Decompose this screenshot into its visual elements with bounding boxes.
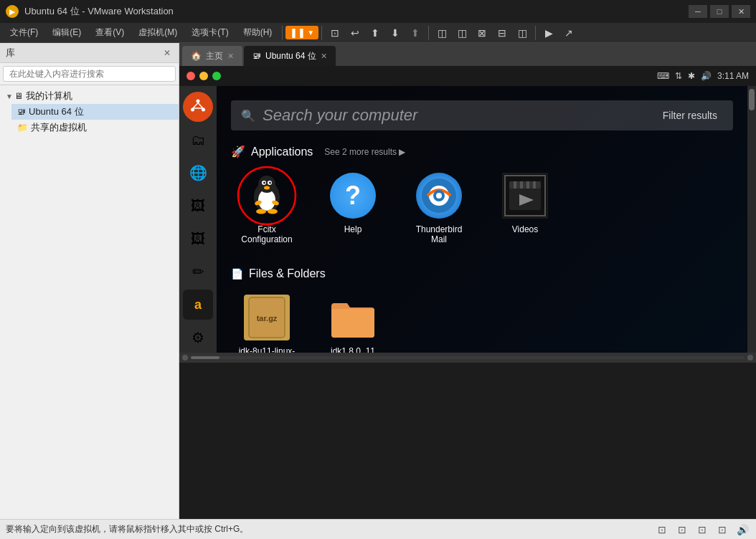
file-jdk-tar[interactable]: tar.gz jdk-8u11-linux-x64.tar.gz <box>231 289 303 353</box>
status-bar: 要将输入定向到该虚拟机，请将鼠标指针移入其中或按 Ctrl+G。 ⊡ ⊡ ⊡ ⊡… <box>0 519 756 539</box>
status-icon-speaker[interactable]: 🔊 <box>734 522 750 538</box>
vm-sys-tray: ⌨ ⇅ ✱ 🔊 3:11 AM <box>657 71 749 81</box>
toolbar-btn-4[interactable]: ⬇ <box>385 24 405 42</box>
maximize-button[interactable]: □ <box>710 5 729 18</box>
pause-button[interactable]: ❚❚ ▼ <box>285 26 318 39</box>
files-title: Files & Folders <box>249 267 326 280</box>
sidebar-header: 库 ✕ <box>0 43 179 63</box>
applications-title: Applications <box>251 146 313 158</box>
jdk-tar-label: jdk-8u11-linux-x64.tar.gz <box>237 346 297 353</box>
menu-bar: 文件(F) 编辑(E) 查看(V) 虚拟机(M) 选项卡(T) 帮助(H) ❚❚… <box>0 23 756 43</box>
launcher-text[interactable]: ✏ <box>183 257 213 287</box>
my-computer-label: 我的计算机 <box>26 90 72 102</box>
tar-gz-icon: tar.gz <box>244 295 290 340</box>
toolbar-btn-6[interactable]: ◫ <box>432 24 452 42</box>
file-jdk-folder[interactable]: jdk1.8.0_11 <box>317 289 389 353</box>
folder-icon-wrap <box>330 295 376 340</box>
status-icon-4[interactable]: ⊡ <box>714 522 730 538</box>
tab-home-label: 主页 <box>206 50 223 62</box>
traffic-red[interactable] <box>186 72 195 80</box>
svg-rect-26 <box>514 181 516 189</box>
applications-grid: Fcitx Configuration ? Help <box>231 167 733 250</box>
toolbar-group-pause: ❚❚ ▼ <box>285 26 318 39</box>
vm-icon: 🖳 <box>17 107 26 117</box>
search-input-display[interactable]: Search your computer <box>263 106 657 125</box>
menu-help[interactable]: 帮助(H) <box>236 25 280 40</box>
see-more-button[interactable]: See 2 more results ▶ <box>324 147 405 157</box>
svg-rect-28 <box>526 181 529 189</box>
tree-item-my-computer[interactable]: ▼ 🖥 我的计算机 <box>0 88 179 104</box>
menu-tabs[interactable]: 选项卡(T) <box>184 25 235 40</box>
toolbar-btn-3[interactable]: ⬆ <box>365 24 385 42</box>
sidebar-search-container <box>0 63 179 85</box>
sidebar-search-input[interactable] <box>3 66 176 82</box>
menu-view[interactable]: 查看(V) <box>88 25 131 40</box>
speaker-icon: 🔊 <box>701 71 712 81</box>
tree-item-shared-vms[interactable]: 📁 共享的虚拟机 <box>11 120 179 135</box>
thunderbird-icon <box>416 173 462 219</box>
launcher-files[interactable]: 🗂 <box>183 125 213 155</box>
videos-label: Videos <box>512 224 538 234</box>
window-controls: ─ □ ✕ <box>689 5 750 18</box>
fcitx-label: Fcitx Configuration <box>237 224 297 244</box>
toolbar-btn-2[interactable]: ↩ <box>345 24 365 42</box>
ubuntu-logo[interactable] <box>183 92 213 122</box>
toolbar-btn-9[interactable]: ⊟ <box>492 24 512 42</box>
toolbar-btn-12[interactable]: ↗ <box>559 24 579 42</box>
ubuntu-desktop: 🔍 Search your computer Filter results 🚀 … <box>217 86 747 353</box>
toolbar-separator-4 <box>535 26 536 40</box>
launcher-photos[interactable]: 🖼 <box>183 191 213 221</box>
filter-results-button[interactable]: Filter results <box>657 107 723 124</box>
status-text: 要将输入定向到该虚拟机，请将鼠标指针移入其中或按 Ctrl+G。 <box>6 523 248 535</box>
toolbar-btn-7[interactable]: ◫ <box>452 24 472 42</box>
vm-scrollbar-bottom[interactable] <box>179 353 756 363</box>
launcher-photos2[interactable]: 🖼 <box>183 224 213 254</box>
svg-point-17 <box>268 209 278 214</box>
status-icon-1[interactable]: ⊡ <box>654 522 670 538</box>
tab-home-close[interactable]: ✕ <box>227 52 234 61</box>
traffic-green[interactable] <box>212 72 221 80</box>
vm-scrollbar-right[interactable] <box>747 86 756 353</box>
applications-section-header: 🚀 Applications See 2 more results ▶ <box>231 145 733 158</box>
toolbar-btn-1[interactable]: ⊡ <box>325 24 345 42</box>
tab-ubuntu[interactable]: 🖳 Ubuntu 64 位 ✕ <box>244 46 336 66</box>
app-thunderbird[interactable]: Thunderbird Mail <box>403 167 475 250</box>
videos-icon <box>502 173 548 219</box>
launcher-settings[interactable]: ⚙ <box>183 323 213 353</box>
app-videos[interactable]: Videos <box>489 167 561 250</box>
files-grid: tar.gz jdk-8u11-linux-x64.tar.gz <box>231 289 733 353</box>
help-icon: ? <box>330 173 376 219</box>
fcitx-icon-wrap <box>244 173 290 219</box>
tabs-bar: 🏠 主页 ✕ 🖳 Ubuntu 64 位 ✕ <box>179 43 756 66</box>
tab-ubuntu-close[interactable]: ✕ <box>321 52 327 61</box>
app-fcitx[interactable]: Fcitx Configuration <box>231 167 303 250</box>
toolbar-btn-10[interactable]: ◫ <box>512 24 532 42</box>
menu-file[interactable]: 文件(F) <box>3 25 45 40</box>
sidebar-close-button[interactable]: ✕ <box>161 47 173 59</box>
status-icon-2[interactable]: ⊡ <box>674 522 690 538</box>
toolbar-btn-5[interactable]: ⬆ <box>405 24 425 42</box>
jdk-folder-label: jdk1.8.0_11 <box>331 346 375 353</box>
launcher-browser[interactable]: 🌐 <box>183 158 213 188</box>
vm-content: ⌨ ⇅ ✱ 🔊 3:11 AM <box>179 66 756 519</box>
app-help[interactable]: ? Help <box>317 167 389 250</box>
vm-traffic-lights <box>186 72 221 80</box>
applications-icon: 🚀 <box>231 145 245 158</box>
svg-point-21 <box>436 193 442 199</box>
launcher-amazon[interactable]: a <box>183 290 213 320</box>
shared-icon: 📁 <box>17 123 28 133</box>
tab-home[interactable]: 🏠 主页 ✕ <box>182 46 242 66</box>
toolbar-btn-11[interactable]: ▶ <box>539 24 559 42</box>
files-section-header: 📄 Files & Folders <box>231 267 733 280</box>
toolbar-btn-8[interactable]: ⊠ <box>472 24 492 42</box>
tree-item-ubuntu[interactable]: 🖳 Ubuntu 64 位 <box>11 104 179 120</box>
menu-vm[interactable]: 虚拟机(M) <box>131 25 184 40</box>
svg-point-12 <box>269 182 271 184</box>
status-icon-3[interactable]: ⊡ <box>694 522 710 538</box>
traffic-yellow[interactable] <box>199 72 208 80</box>
unity-search-panel: 🔍 Search your computer Filter results 🚀 … <box>217 86 747 353</box>
thunderbird-label: Thunderbird Mail <box>409 224 469 244</box>
minimize-button[interactable]: ─ <box>689 5 707 18</box>
close-button[interactable]: ✕ <box>732 5 750 18</box>
menu-edit[interactable]: 编辑(E) <box>45 25 88 40</box>
